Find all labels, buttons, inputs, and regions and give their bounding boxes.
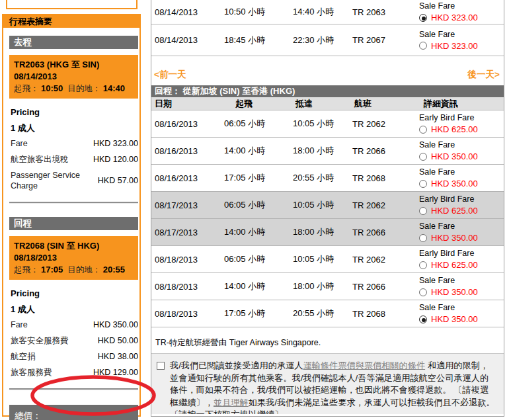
return-flight-row: 08/16/2013 17:05 小時 20:55 小時 TR 2068 Sal… xyxy=(151,165,504,192)
outbound-flight-times: 起飛： 10:50 目的地： 14:40 xyxy=(14,83,135,95)
cell-date: 08/14/2013 xyxy=(151,35,221,45)
fare-type-label: Sale Fare xyxy=(419,276,504,286)
cell-date: 08/17/2013 xyxy=(151,228,221,237)
booking-page: 行程表摘要 去程 TR2063 (HKG 至 SIN) 08/14/2013 起… xyxy=(0,0,511,420)
return-flight-row: 08/17/2013 06:05 小時 10:05 小時 TR 2062 Ear… xyxy=(151,192,504,219)
fee-row: 航空捐HKD 38.00 xyxy=(11,351,138,362)
itinerary-summary-content: 去程 TR2063 (HKG 至 SIN) 08/14/2013 起飛： 10:… xyxy=(3,28,139,420)
cell-date: 08/18/2013 xyxy=(151,309,221,319)
cell-depart: 14:00 小時 xyxy=(221,280,290,292)
fare-type-label: Early Bird Fare xyxy=(419,249,504,259)
cell-fare: Sale Fare HKD 323.00 xyxy=(416,1,504,22)
fee-row: 航空旅客出境稅HKD 120.00 xyxy=(11,154,138,165)
cell-flight: TR 2066 xyxy=(349,282,416,292)
fare-type-label: Sale Fare xyxy=(419,30,504,40)
fare-price: HKD 323.00 xyxy=(431,13,478,22)
fee-label: Fare xyxy=(11,319,28,330)
fee-label: 旅客安全服務費 xyxy=(11,335,69,346)
fee-amount: HKD 120.00 xyxy=(93,154,138,165)
fee-amount: HKD 129.00 xyxy=(93,367,138,378)
outbound-passenger-count: 1 成人 xyxy=(11,122,138,134)
total-price-label: 總價： xyxy=(15,410,42,420)
fare-price: HKD 350.00 xyxy=(431,233,478,243)
arrive-label: 目的地： xyxy=(67,84,100,93)
cell-date: 08/16/2013 xyxy=(151,146,221,156)
inbound-heading: 回程 xyxy=(9,217,138,230)
cell-arrive: 22:30 小時 xyxy=(290,34,349,46)
fare-price: HKD 625.00 xyxy=(431,260,478,270)
cell-depart: 10:50 小時 xyxy=(221,6,290,18)
arrive-time: 14:40 xyxy=(103,83,125,93)
return-flight-row: 08/18/2013 14:00 小時 18:00 小時 TR 2066 Sal… xyxy=(151,273,504,300)
depart-time: 10:50 xyxy=(41,83,63,93)
divider xyxy=(9,388,138,390)
return-flight-row: 08/18/2013 06:05 小時 10:05 小時 TR 2062 Ear… xyxy=(151,246,504,273)
divider xyxy=(9,202,138,204)
terms-checkbox[interactable] xyxy=(157,362,165,370)
fare-radio[interactable] xyxy=(419,153,427,161)
itinerary-summary-panel: 行程表摘要 去程 TR2063 (HKG 至 SIN) 08/14/2013 起… xyxy=(2,14,141,417)
return-flight-row: 08/17/2013 14:00 小時 18:00 小時 TR 2066 Sal… xyxy=(151,219,504,246)
depart-label: 起飛： xyxy=(14,84,39,93)
cell-fare: Sale Fare HKD 323.00 xyxy=(416,30,504,51)
fee-row: FareHKD 350.00 xyxy=(11,319,138,330)
cell-flight: TR 2066 xyxy=(349,228,416,237)
fee-amount: HKD 323.00 xyxy=(93,138,138,149)
column-header-row: 日期 起飛 抵達 航班 詳細資訊 xyxy=(151,97,504,110)
fare-radio[interactable] xyxy=(419,126,427,134)
column-header-details: 詳細資訊 xyxy=(416,98,504,110)
cell-date: 08/14/2013 xyxy=(151,7,221,17)
fare-radio[interactable] xyxy=(419,288,427,296)
cell-depart: 17:05 小時 xyxy=(221,308,290,319)
fare-radio[interactable] xyxy=(419,180,427,188)
fare-type-label: Early Bird Fare xyxy=(419,194,504,204)
fee-row: 旅客服務費HKD 129.00 xyxy=(11,367,138,378)
fare-radio[interactable] xyxy=(419,315,427,323)
cell-fare: Sale Fare HKD 350.00 xyxy=(416,222,504,243)
depart-label: 起飛： xyxy=(14,265,39,274)
fare-radio[interactable] xyxy=(419,261,427,269)
cell-fare: Early Bird Fare HKD 625.00 xyxy=(416,113,504,134)
cell-flight: TR 2066 xyxy=(349,146,416,156)
fare-price: HKD 350.00 xyxy=(431,287,478,297)
fee-label: 航空旅客出境稅 xyxy=(11,154,69,165)
cell-depart: 06:05 小時 xyxy=(221,118,290,130)
cell-fare: Sale Fare HKD 350.00 xyxy=(416,303,504,324)
fare-type-label: Sale Fare xyxy=(419,1,504,11)
fare-radio[interactable] xyxy=(419,14,427,22)
cell-arrive: 18:00 小時 xyxy=(290,226,349,238)
next-day-link[interactable]: 後一天> xyxy=(468,69,500,81)
arrive-time: 20:55 xyxy=(103,265,125,274)
cell-depart: 06:05 小時 xyxy=(221,199,290,211)
previous-day-link[interactable]: <前一天 xyxy=(154,69,186,81)
cell-flight: TR 2067 xyxy=(349,35,416,45)
cell-date: 08/16/2013 xyxy=(151,119,221,129)
column-header-date: 日期 xyxy=(151,98,221,110)
cell-date: 08/18/2013 xyxy=(151,255,221,265)
column-header-arrive: 抵達 xyxy=(290,98,349,110)
fare-type-label: Sale Fare xyxy=(419,140,504,150)
fee-amount: HKD 57.00 xyxy=(98,175,138,186)
cell-flight: TR 2068 xyxy=(349,309,416,319)
fare-price: HKD 625.00 xyxy=(431,206,478,216)
fare-radio[interactable] xyxy=(419,207,427,215)
cell-arrive: 10:05 小時 xyxy=(290,253,349,265)
fare-radio[interactable] xyxy=(419,42,427,50)
cell-fare: Sale Fare HKD 350.00 xyxy=(416,140,504,161)
fee-row: 旅客安全服務費HKD 50.00 xyxy=(11,335,138,346)
cell-fare: Early Bird Fare HKD 625.00 xyxy=(416,194,504,216)
flight-selection-panel: 08/14/2013 10:50 小時 14:40 小時 TR 2063 Sal… xyxy=(151,0,504,417)
itinerary-summary-title: 行程表摘要 xyxy=(3,15,139,28)
total-price-box: 總價： HKD 1067.00 xyxy=(9,405,138,420)
cell-flight: TR 2063 xyxy=(349,7,416,17)
fare-price: HKD 350.00 xyxy=(431,151,478,161)
fare-radio[interactable] xyxy=(419,234,427,242)
inbound-flight-times: 起飛： 17:05 目的地： 20:55 xyxy=(14,264,135,276)
outbound-flight-row: 08/14/2013 18:45 小時 22:30 小時 TR 2067 Sal… xyxy=(151,24,504,56)
conditions-of-carriage-link[interactable]: 運輸條件票價與票價相關的條件 xyxy=(303,360,425,370)
terms-text-part: 我/我們已閱讀並接受適用的承運人 xyxy=(170,360,303,370)
fare-price: HKD 350.00 xyxy=(431,314,478,324)
fee-amount: HKD 38.00 xyxy=(98,351,138,362)
cell-fare: Sale Fare HKD 350.00 xyxy=(416,167,504,189)
understand-link[interactable]: 並且理解 xyxy=(214,398,249,407)
